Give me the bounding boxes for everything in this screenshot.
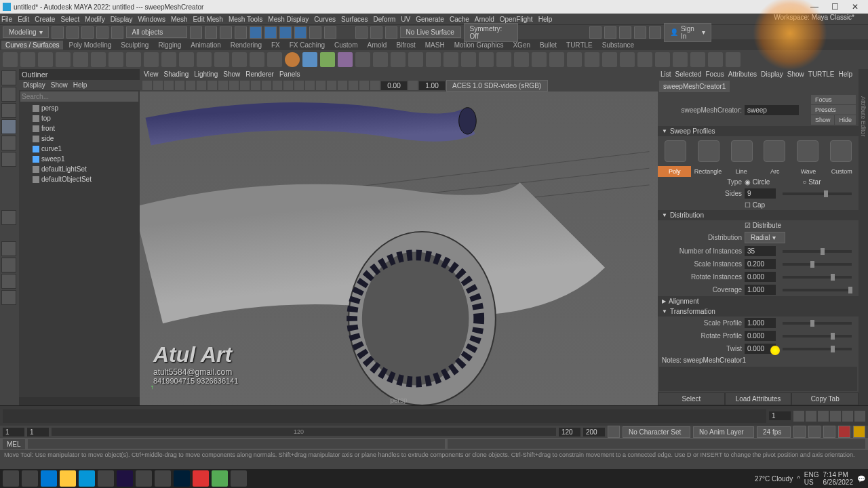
ae-turtle[interactable]: TURTLE <box>808 70 835 78</box>
outliner-item-side[interactable]: side <box>19 134 140 144</box>
outliner-item-top[interactable]: top <box>19 113 140 123</box>
profile-rect[interactable]: Rectangle <box>691 166 724 177</box>
outliner-item-sweep1[interactable]: sweep1 <box>19 154 140 164</box>
vp-exposure-icon[interactable] <box>370 81 380 90</box>
render-icon[interactable] <box>355 26 368 39</box>
redo-icon[interactable] <box>111 26 123 39</box>
single-pane-icon[interactable] <box>1 241 16 256</box>
shelf-extend-surf-icon[interactable] <box>673 52 688 67</box>
shelf-tab-mg[interactable]: Motion Graphics <box>450 41 508 49</box>
shelf-tab-custom[interactable]: Custom <box>330 41 361 49</box>
maya-task-icon[interactable] <box>79 470 95 487</box>
explorer-icon[interactable] <box>60 470 76 487</box>
vp-bookmark-icon[interactable] <box>164 81 174 90</box>
shelf-sculpt-icon[interactable] <box>708 52 723 67</box>
vp-safe-action-icon[interactable] <box>262 81 271 90</box>
shelf-loft-icon[interactable] <box>408 52 423 67</box>
profile-wave[interactable]: Wave <box>791 166 825 177</box>
shelf-nurbs-plane-icon[interactable] <box>355 52 370 67</box>
sides-slider[interactable] <box>783 192 852 195</box>
menu-uv[interactable]: UV <box>401 16 410 23</box>
app2-icon[interactable] <box>212 470 228 487</box>
menu-arnold[interactable]: Arnold <box>475 16 494 23</box>
app-icon[interactable] <box>193 470 209 487</box>
outliner-help[interactable]: Help <box>73 81 87 89</box>
shelf-attach-icon[interactable] <box>144 52 159 67</box>
ae-display[interactable]: Display <box>761 70 783 78</box>
shelf-open-close-icon[interactable] <box>637 52 652 67</box>
profile-poly[interactable]: Poly <box>658 166 691 177</box>
vp-smooth-shade-icon[interactable] <box>294 81 304 90</box>
outliner-display[interactable]: Display <box>23 81 45 89</box>
move-tool[interactable] <box>1 119 16 134</box>
shelf-pencil-curve-icon[interactable] <box>91 52 106 67</box>
anim-layer[interactable]: No Anim Layer <box>693 426 754 438</box>
current-frame[interactable]: 1 <box>769 411 791 420</box>
vp-field-chart-icon[interactable] <box>251 81 260 90</box>
cmd-input[interactable] <box>28 439 446 449</box>
component-edge-icon[interactable] <box>279 26 292 39</box>
menu-mesh-tools[interactable]: Mesh Tools <box>229 16 262 23</box>
audio-icon[interactable] <box>823 426 835 438</box>
ae-show[interactable]: Show <box>787 70 804 78</box>
coverage-slider[interactable] <box>783 289 852 291</box>
auto-key-icon[interactable] <box>608 426 620 438</box>
signin-dropdown[interactable]: 👤 Sign In ▾ <box>664 23 711 42</box>
clock[interactable]: 7:14 PM6/26/2022 <box>823 471 854 486</box>
distribution-dropdown[interactable]: Radial ▾ <box>745 232 785 243</box>
outliner-item-objset[interactable]: defaultObjectSet <box>19 174 140 184</box>
four-pane-icon[interactable] <box>1 258 16 272</box>
vp-wireframe-icon[interactable] <box>283 81 293 90</box>
shelf-nurbs-cone-icon[interactable] <box>338 52 353 67</box>
shelf-tab-rigging[interactable]: Rigging <box>154 41 185 49</box>
ae-help[interactable]: Help <box>839 70 853 78</box>
outliner-toggle-icon[interactable] <box>1 290 16 305</box>
coverage-field[interactable]: 1.000 <box>745 285 776 295</box>
ipr-icon[interactable] <box>370 26 382 39</box>
shelf-tab-fxcache[interactable]: FX Caching <box>285 41 329 49</box>
step-back-icon[interactable] <box>806 411 816 422</box>
new-scene-icon[interactable] <box>52 26 64 39</box>
ae-presets-btn[interactable]: Presets <box>811 105 856 115</box>
vp-use-lights-icon[interactable] <box>316 81 326 90</box>
ae-section-align[interactable]: Alignment <box>658 296 859 306</box>
weather-widget[interactable]: 27°C Cloudy <box>755 475 793 483</box>
snap-point-icon[interactable] <box>235 26 247 39</box>
range-slider[interactable]: 120 <box>52 428 556 436</box>
component-vertex-icon[interactable] <box>264 26 277 39</box>
shelf-nurbs-sphere-icon[interactable] <box>285 52 300 67</box>
open-scene-icon[interactable] <box>66 26 79 39</box>
shelf-detach-icon[interactable] <box>161 52 176 67</box>
notifications-icon[interactable]: 💬 <box>857 475 865 483</box>
shelf-two-point-arc-icon[interactable] <box>126 52 141 67</box>
outliner-item-curve1[interactable]: curve1 <box>19 144 140 154</box>
vp-select-camera-icon[interactable] <box>142 81 152 90</box>
select-by-name-icon[interactable] <box>190 26 202 39</box>
krita-icon[interactable] <box>136 470 152 487</box>
chrome-icon[interactable] <box>98 470 114 487</box>
prefs-icon[interactable] <box>853 426 865 438</box>
vp-gamma-icon[interactable] <box>408 81 418 90</box>
panel-layout3-icon[interactable] <box>619 26 631 39</box>
rot-prof-field[interactable]: 0.000 <box>745 331 776 341</box>
scale-inst-slider[interactable] <box>783 263 852 266</box>
vp-image-plane-icon[interactable] <box>175 81 184 90</box>
menu-deform[interactable]: Deform <box>374 16 396 23</box>
shelf-tab-mash[interactable]: MASH <box>421 41 449 49</box>
ae-section-dist[interactable]: Distribution <box>658 210 859 220</box>
shelf-curve-edit-icon[interactable] <box>267 52 282 67</box>
selection-filter[interactable]: All objects <box>126 26 187 38</box>
go-start-icon[interactable] <box>793 411 804 422</box>
vp-colorspace[interactable]: ACES 1.0 SDR-video (sRGB) <box>446 80 548 92</box>
menu-select[interactable]: Select <box>60 16 79 23</box>
shelf-tab-substance[interactable]: Substance <box>598 41 638 49</box>
vp-isolate-icon[interactable] <box>338 81 347 90</box>
menu-openflight[interactable]: OpenFlight <box>500 16 533 23</box>
menu-curves[interactable]: Curves <box>314 16 336 23</box>
shelf-tab-curves[interactable]: Curves / Surfaces <box>1 41 63 49</box>
panel-layout4-icon[interactable] <box>634 26 646 39</box>
shelf-tab-xgen[interactable]: XGen <box>509 41 534 49</box>
shelf-untrim-icon[interactable] <box>585 52 599 67</box>
tray-chevron-icon[interactable]: ^ <box>797 475 800 483</box>
vp-gate-mask-icon[interactable] <box>240 81 250 90</box>
